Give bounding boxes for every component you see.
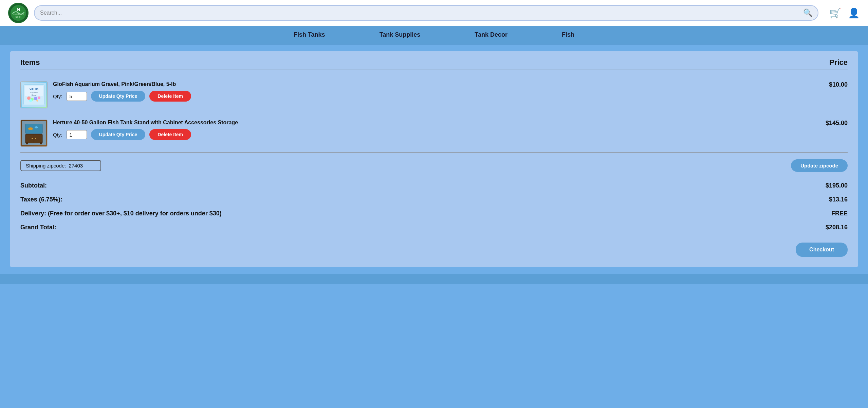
item-thumbnail-gravel: GloFish Aquarium Gravel	[20, 81, 48, 108]
price-column-header: Price	[829, 58, 848, 67]
user-icon-button[interactable]: 👤	[848, 7, 860, 19]
cart-item: GloFish Aquarium Gravel GloFish Aquarium…	[20, 76, 848, 114]
item-controls-1: Qty: Update Qty Price Delete Item	[53, 91, 808, 102]
subtotal-label: Subtotal:	[20, 182, 47, 189]
update-qty-button-1[interactable]: Update Qty Price	[91, 91, 146, 102]
item-price-1: $10.00	[814, 81, 848, 88]
svg-point-12	[36, 100, 38, 102]
svg-text:N: N	[17, 7, 20, 12]
search-icon[interactable]: 🔍	[803, 8, 812, 17]
items-column-header: Items	[20, 58, 40, 67]
site-logo: N NEPTUNES NOOK	[8, 3, 29, 23]
nav-divider	[0, 44, 868, 45]
logo-area[interactable]: N NEPTUNES NOOK	[8, 3, 29, 23]
taxes-row: Taxes (6.75%): $13.16	[20, 193, 848, 207]
svg-text:NEPTUNES: NEPTUNES	[13, 13, 24, 15]
item-name-2: Herture 40-50 Gallon Fish Tank Stand wit…	[53, 120, 808, 126]
shipping-zip-input[interactable]	[69, 163, 96, 168]
taxes-label: Taxes (6.75%):	[20, 196, 62, 203]
shipping-label: Shipping zipcode:	[26, 163, 66, 168]
search-bar[interactable]: 🔍	[34, 5, 818, 21]
update-qty-button-2[interactable]: Update Qty Price	[91, 129, 146, 140]
svg-rect-26	[40, 142, 42, 144]
item-details-2: Herture 40-50 Gallon Fish Tank Stand wit…	[53, 120, 808, 140]
header-icons: 🛒 👤	[829, 7, 860, 19]
nav-item-fish-tanks[interactable]: Fish Tanks	[266, 26, 352, 44]
qty-input-2[interactable]	[67, 130, 87, 139]
svg-rect-24	[35, 138, 36, 139]
totals-section: Subtotal: $195.00 Taxes (6.75%): $13.16 …	[20, 176, 848, 237]
svg-rect-25	[26, 142, 28, 144]
shipping-row: Shipping zipcode: Update zipcode	[20, 153, 848, 176]
item-controls-2: Qty: Update Qty Price Delete Item	[53, 129, 808, 140]
grand-total-value: $208.16	[826, 224, 848, 231]
delivery-row: Delivery: (Free for order over $30+, $10…	[20, 207, 848, 220]
svg-point-20	[35, 126, 38, 128]
grand-total-row: Grand Total: $208.16	[20, 220, 848, 234]
svg-text:Aquarium: Aquarium	[30, 91, 37, 93]
search-input[interactable]	[40, 10, 803, 16]
checkout-button[interactable]: Checkout	[796, 243, 848, 257]
item-thumbnail-stand	[20, 120, 48, 147]
cart-item: Herture 40-50 Gallon Fish Tank Stand wit…	[20, 114, 848, 153]
subtotal-value: $195.00	[826, 182, 848, 189]
svg-text:Gravel: Gravel	[32, 94, 37, 96]
item-name-1: GloFish Aquarium Gravel, Pink/Green/Blue…	[53, 81, 808, 87]
nav-item-fish[interactable]: Fish	[535, 26, 602, 44]
main-nav: Fish Tanks Tank Supplies Tank Decor Fish	[0, 26, 868, 44]
shipping-zip-wrap[interactable]: Shipping zipcode:	[20, 160, 101, 171]
checkout-row: Checkout	[20, 243, 848, 257]
svg-text:GloFish: GloFish	[30, 88, 38, 90]
subtotal-row: Subtotal: $195.00	[20, 179, 848, 193]
svg-rect-23	[32, 138, 33, 139]
delivery-value: FREE	[831, 210, 848, 217]
delete-item-button-2[interactable]: Delete Item	[149, 129, 191, 140]
taxes-value: $13.16	[829, 196, 848, 203]
svg-point-11	[29, 99, 32, 102]
delivery-label: Delivery: (Free for order over $30+, $10…	[20, 210, 222, 217]
nav-item-tank-supplies[interactable]: Tank Supplies	[352, 26, 448, 44]
site-footer	[0, 274, 868, 284]
qty-label-2: Qty:	[53, 132, 62, 138]
cart-icon-button[interactable]: 🛒	[829, 7, 841, 19]
svg-point-10	[38, 96, 40, 99]
site-header: N NEPTUNES NOOK 🔍 🛒 👤	[0, 0, 868, 26]
grand-total-label: Grand Total:	[20, 224, 56, 231]
svg-point-19	[28, 127, 33, 130]
cart-main: Items Price GloFish Aqua	[10, 51, 858, 267]
qty-input-1[interactable]	[67, 92, 87, 101]
update-zipcode-button[interactable]: Update zipcode	[791, 159, 848, 172]
delete-item-button-1[interactable]: Delete Item	[149, 91, 191, 102]
svg-text:NOOK: NOOK	[16, 16, 21, 18]
item-details-1: GloFish Aquarium Gravel, Pink/Green/Blue…	[53, 81, 808, 102]
svg-rect-18	[25, 124, 42, 134]
nav-item-tank-decor[interactable]: Tank Decor	[447, 26, 535, 44]
cart-table-header: Items Price	[20, 58, 848, 70]
qty-label-1: Qty:	[53, 93, 62, 99]
item-price-2: $145.00	[814, 120, 848, 127]
